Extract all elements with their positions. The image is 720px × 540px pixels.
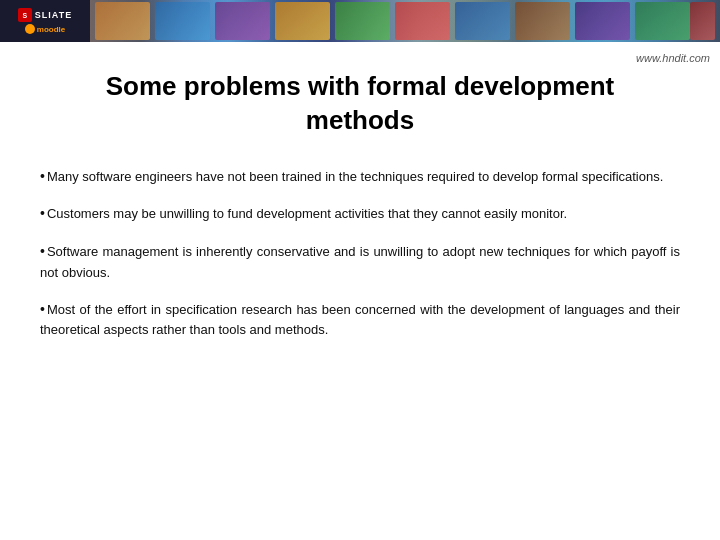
title-text: Some problems with formal development me… — [40, 70, 680, 138]
bullet-item: •Most of the effort in specification res… — [40, 299, 680, 341]
bullet-dot: • — [40, 205, 45, 221]
watermark: www.hndit.com — [636, 52, 710, 64]
header-bar: S SLIATE moodle — [0, 0, 720, 42]
sliate-text: SLIATE — [35, 10, 72, 20]
logo-area: S SLIATE moodle — [0, 0, 90, 42]
bullet-item: •Software management is inherently conse… — [40, 241, 680, 283]
header-images — [90, 0, 720, 42]
bullet-item: •Many software engineers have not been t… — [40, 166, 680, 188]
main-content: www.hndit.com Some problems with formal … — [0, 42, 720, 361]
moodle-text: moodle — [37, 25, 65, 34]
sliate-logo: S SLIATE moodle — [18, 8, 72, 34]
bullet-list: •Many software engineers have not been t… — [40, 166, 680, 341]
bullet-dot: • — [40, 301, 45, 317]
bullet-dot: • — [40, 243, 45, 259]
slide-title: Some problems with formal development me… — [40, 70, 680, 138]
bullet-item: •Customers may be unwilling to fund deve… — [40, 203, 680, 225]
bullet-dot: • — [40, 168, 45, 184]
